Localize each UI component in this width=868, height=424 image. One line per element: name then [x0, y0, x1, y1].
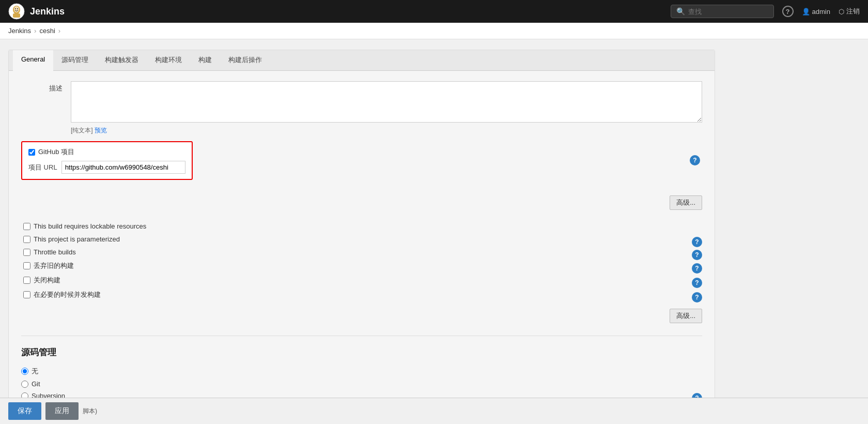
radio-item-none: 无	[21, 367, 702, 376]
github-url-help-icon[interactable]: ?	[690, 155, 700, 165]
breadcrumb-sep-1: ›	[34, 27, 36, 35]
checkbox-item-parameterized: This project is parameterized	[21, 235, 120, 243]
username: admin	[812, 8, 830, 16]
checkbox-row-parameterized: This project is parameterized ?	[21, 235, 702, 248]
advanced-button-1[interactable]: 高级...	[670, 195, 702, 210]
checkbox-lockable-label: This build requires lockable resources	[34, 222, 146, 230]
tab-post[interactable]: 构建后操作	[220, 50, 270, 71]
header-left: Jenkins	[8, 3, 65, 20]
checkbox-row-throttle: Throttle builds ?	[21, 248, 702, 261]
section-body: 描述 [纯文本] 预览 GitHub 项目 项目 URL	[9, 71, 715, 424]
preview-link[interactable]: 预览	[95, 127, 107, 134]
checkbox-concurrent[interactable]	[23, 291, 30, 298]
app-title: Jenkins	[30, 6, 65, 17]
save-button[interactable]: 保存	[8, 402, 41, 420]
checkbox-row-discard: 丢弃旧的构建 ?	[21, 261, 702, 276]
concurrent-help-icon[interactable]: ?	[692, 292, 702, 302]
radio-git[interactable]	[21, 381, 28, 388]
checkbox-item-disable: 关闭构建	[21, 276, 60, 285]
github-section: GitHub 项目 项目 URL	[21, 141, 193, 180]
preview-row: [纯文本] 预览	[71, 126, 702, 135]
apply-button[interactable]: 应用	[45, 402, 79, 420]
search-icon: 🔍	[676, 7, 685, 16]
checkbox-throttle-label: Throttle builds	[34, 248, 76, 256]
github-url-row: 项目 URL	[28, 161, 185, 174]
radio-none[interactable]	[21, 368, 28, 375]
plain-text-label: [纯文本]	[71, 127, 93, 134]
search-box[interactable]: 🔍	[671, 5, 774, 18]
tab-source[interactable]: 源码管理	[53, 50, 97, 71]
logout-icon: ⬡	[839, 8, 844, 16]
disable-help-icon[interactable]: ?	[692, 278, 702, 288]
description-row: 描述 [纯文本] 预览	[21, 81, 702, 135]
tab-trigger[interactable]: 构建触发器	[97, 50, 147, 71]
project-url-label: 项目 URL	[28, 163, 57, 172]
tabs: General 源码管理 构建触发器 构建环境 构建 构建后操作	[9, 50, 715, 71]
checkbox-discard[interactable]	[23, 262, 30, 269]
logout-button[interactable]: ⬡ 注销	[839, 7, 860, 16]
checkbox-concurrent-label: 在必要的时候并发构建	[34, 290, 101, 299]
tab-build[interactable]: 构建	[190, 50, 220, 71]
svg-point-3	[15, 8, 16, 9]
checkbox-item-lockable: This build requires lockable resources	[21, 222, 146, 230]
throttle-help-icon[interactable]: ?	[692, 250, 702, 260]
github-checkbox-row: GitHub 项目	[28, 147, 185, 157]
search-input[interactable]	[688, 8, 766, 16]
github-project-label: GitHub 项目	[38, 147, 74, 157]
breadcrumb-jenkins[interactable]: Jenkins	[8, 27, 31, 35]
tab-general[interactable]: General	[13, 50, 53, 71]
breadcrumb-ceshi[interactable]: ceshi	[39, 27, 55, 35]
checkbox-item-discard: 丢弃旧的构建	[21, 261, 74, 270]
checkbox-item-concurrent: 在必要的时候并发构建	[21, 290, 101, 299]
user-info[interactable]: 👤 admin	[802, 8, 830, 16]
advanced-button-2[interactable]: 高级...	[670, 309, 702, 323]
description-label: 描述	[21, 81, 63, 93]
bottom-bar: 保存 应用 脚本)	[0, 398, 868, 424]
checkbox-disable-label: 关闭构建	[34, 276, 60, 285]
advanced-section-1: 高级...	[21, 191, 702, 214]
checkbox-parameterized-label: This project is parameterized	[34, 235, 120, 243]
checkboxes-section: This build requires lockable resources T…	[21, 222, 702, 305]
jenkins-logo-icon	[8, 3, 25, 20]
checkbox-throttle[interactable]	[23, 249, 30, 256]
checkbox-disable[interactable]	[23, 277, 30, 284]
source-management-heading: 源码管理	[21, 340, 702, 362]
header-right: 🔍 ? 👤 admin ⬡ 注销	[671, 5, 860, 18]
description-control: [纯文本] 预览	[71, 81, 702, 135]
header: Jenkins 🔍 ? 👤 admin ⬡ 注销	[0, 0, 868, 23]
radio-none-label: 无	[32, 367, 38, 376]
svg-point-2	[14, 6, 19, 12]
project-url-input[interactable]	[61, 161, 185, 174]
radio-git-label: Git	[32, 380, 40, 388]
radio-item-git: Git	[21, 380, 702, 388]
user-icon: 👤	[802, 8, 810, 16]
discard-help-icon[interactable]: ?	[692, 263, 702, 274]
svg-rect-5	[13, 13, 20, 18]
checkbox-item-throttle: Throttle builds	[21, 248, 76, 256]
checkbox-parameterized[interactable]	[23, 236, 30, 243]
config-panel: General 源码管理 构建触发器 构建环境 构建 构建后操作 描述 [纯文本…	[8, 50, 715, 424]
bottom-note: 脚本)	[83, 407, 97, 416]
parameterized-help-icon[interactable]: ?	[692, 237, 702, 247]
checkbox-lockable[interactable]	[23, 223, 30, 230]
checkbox-discard-label: 丢弃旧的构建	[34, 261, 74, 270]
github-project-checkbox[interactable]	[28, 149, 35, 156]
logout-label: 注销	[846, 7, 860, 16]
main-content: General 源码管理 构建触发器 构建环境 构建 构建后操作 描述 [纯文本…	[0, 39, 723, 424]
checkbox-row-disable: 关闭构建 ?	[21, 276, 702, 290]
description-textarea[interactable]	[71, 81, 702, 123]
help-icon[interactable]: ?	[782, 6, 794, 17]
tab-env[interactable]: 构建环境	[147, 50, 190, 71]
checkbox-row-concurrent: 在必要的时候并发构建 ?	[21, 290, 702, 305]
advanced-section-2: 高级...	[21, 305, 702, 327]
breadcrumb: Jenkins › ceshi ›	[0, 23, 868, 39]
checkbox-row-lockable: This build requires lockable resources	[21, 222, 702, 235]
section-divider-1	[21, 336, 702, 336]
breadcrumb-sep-2: ›	[58, 27, 60, 35]
svg-point-4	[17, 8, 18, 9]
